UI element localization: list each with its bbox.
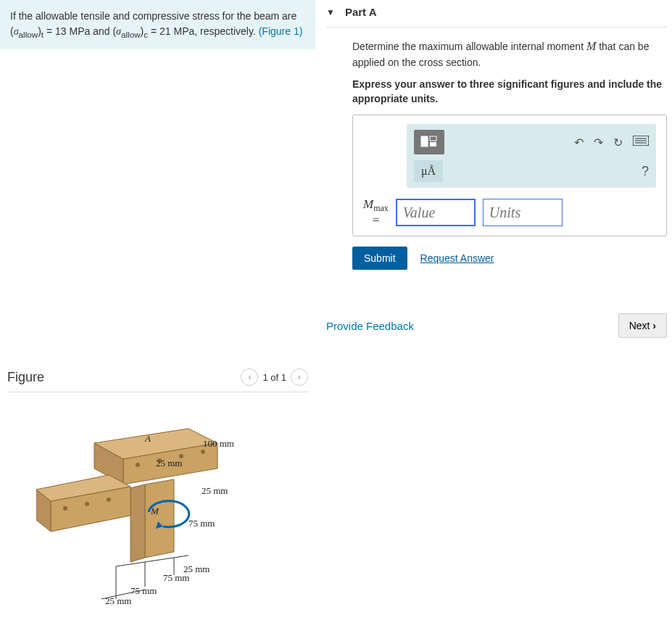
part-header[interactable]: ▼ Part A xyxy=(326,0,667,28)
value-input[interactable] xyxy=(396,199,476,226)
pager-text: 1 of 1 xyxy=(262,372,286,383)
sub-allow: allow xyxy=(19,30,38,39)
svg-marker-3 xyxy=(145,479,174,558)
svg-rect-23 xyxy=(430,142,436,146)
answer-variable: Mmax = xyxy=(363,198,389,227)
svg-rect-22 xyxy=(430,136,436,141)
figure-image: A M 100 mm 25 mm 25 mm 75 mm 25 mm 75 mm… xyxy=(7,414,254,628)
figure-next-button[interactable]: › xyxy=(291,368,308,386)
problem-statement: If the allowable tensile and compressive… xyxy=(0,0,315,49)
svg-point-8 xyxy=(63,506,67,511)
collapse-icon: ▼ xyxy=(326,7,335,17)
submit-button[interactable]: Submit xyxy=(352,247,407,270)
dim-100: 100 mm xyxy=(203,438,234,449)
undo-icon[interactable]: ↶ xyxy=(574,136,584,149)
reset-icon[interactable]: ↻ xyxy=(613,136,623,149)
figure-prev-button[interactable]: ‹ xyxy=(241,368,258,386)
answer-box: ↶ ↷ ↻ μÅ ? Mmax = xyxy=(352,115,667,236)
keyboard-icon[interactable] xyxy=(633,136,649,149)
units-input[interactable] xyxy=(483,199,563,226)
figure-pager: ‹ 1 of 1 › xyxy=(241,368,308,386)
part-title: Part A xyxy=(345,6,377,18)
figure-title: Figure xyxy=(7,370,44,385)
sigma-symbol2: σ xyxy=(116,26,121,37)
eq1: = 13 MPa and ( xyxy=(43,25,116,37)
part-description: Determine the maximum allowable internal… xyxy=(352,38,667,70)
svg-point-10 xyxy=(107,497,111,502)
redo-icon[interactable]: ↷ xyxy=(594,136,603,149)
svg-marker-4 xyxy=(130,484,145,562)
part-instruction: Express your answer to three significant… xyxy=(352,78,667,106)
dim-75a: 75 mm xyxy=(188,518,215,529)
svg-point-14 xyxy=(201,450,205,454)
dim-25a: 25 mm xyxy=(156,458,182,468)
label-M: M xyxy=(150,505,159,516)
sub-allow2: allow xyxy=(121,30,141,39)
label-A: A xyxy=(144,433,151,444)
svg-point-9 xyxy=(85,502,89,506)
eq2: = 21 MPa, respectively. xyxy=(148,25,259,37)
dim-75c: 75 mm xyxy=(130,585,157,596)
dim-25b: 25 mm xyxy=(202,485,228,496)
figure-link[interactable]: (Figure 1) xyxy=(259,25,303,37)
dim-75b: 75 mm xyxy=(163,572,189,583)
var-M: M xyxy=(586,40,596,52)
svg-rect-21 xyxy=(421,136,428,146)
template-tool-button[interactable] xyxy=(414,130,444,154)
request-answer-link[interactable]: Request Answer xyxy=(420,252,494,264)
units-symbol-button[interactable]: μÅ xyxy=(414,160,443,182)
answer-toolbar: ↶ ↷ ↻ μÅ ? xyxy=(407,124,656,188)
provide-feedback-link[interactable]: Provide Feedback xyxy=(326,320,414,332)
svg-point-11 xyxy=(136,463,140,467)
svg-line-16 xyxy=(116,555,188,566)
next-button[interactable]: Next › xyxy=(618,313,667,338)
help-icon[interactable]: ? xyxy=(642,164,649,179)
sigma-symbol: σ xyxy=(14,26,19,37)
